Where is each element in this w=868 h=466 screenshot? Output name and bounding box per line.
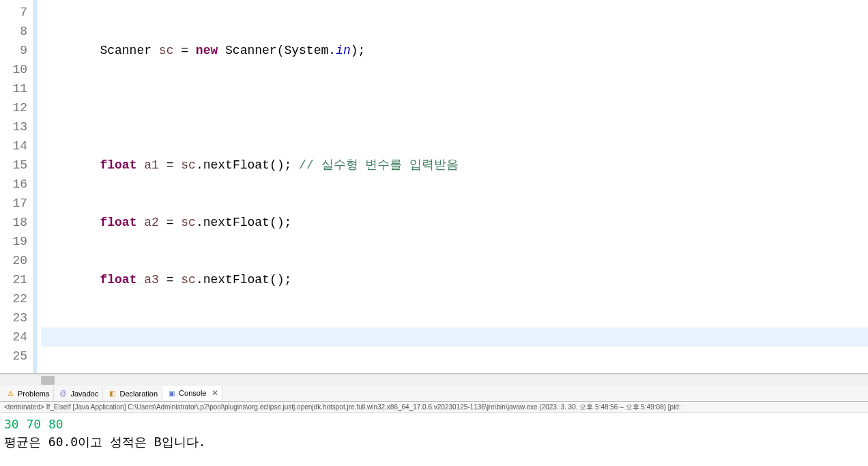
tab-label: Console: [179, 389, 206, 397]
line-number: 23: [0, 308, 27, 327]
close-icon[interactable]: ✕: [212, 388, 218, 398]
line-number: 8: [0, 22, 27, 41]
line-number: 21: [0, 270, 27, 289]
line-number: 10: [0, 60, 27, 79]
tab-problems[interactable]: ⚠ Problems: [1, 387, 54, 401]
code-line[interactable]: float a3 = sc.nextFloat();: [41, 270, 868, 289]
tab-label: Javadoc: [70, 390, 98, 398]
line-number: 25: [0, 347, 27, 366]
bottom-panel-tabs: ⚠ Problems @ Javadoc ◧ Declaration ▣ Con…: [0, 385, 868, 402]
line-number: 24: [0, 327, 27, 347]
code-line-current[interactable]: [41, 327, 868, 347]
tab-declaration[interactable]: ◧ Declaration: [103, 387, 162, 401]
tab-label: Declaration: [119, 390, 158, 398]
line-number: 13: [0, 117, 27, 136]
line-number: 19: [0, 232, 27, 251]
line-number: 14: [0, 136, 27, 156]
code-line[interactable]: [41, 98, 868, 117]
scrollbar-thumb[interactable]: [41, 376, 55, 385]
declaration-icon: ◧: [107, 389, 117, 398]
line-number: 11: [0, 79, 27, 98]
tab-label: Problems: [18, 390, 49, 398]
problems-icon: ⚠: [5, 389, 15, 398]
code-editor[interactable]: 7 8 9 10 11 12 13 14 15 16 17 18 19 20 2…: [0, 0, 868, 374]
code-line[interactable]: Scanner sc = new Scanner(System.in);: [41, 41, 868, 60]
console-output[interactable]: 30 70 80 평균은 60.0이고 성적은 B입니다.: [0, 413, 868, 454]
code-line[interactable]: float a1 = sc.nextFloat(); // 실수형 변수를 입력…: [41, 156, 868, 175]
line-number: 20: [0, 251, 27, 270]
line-number: 16: [0, 175, 27, 194]
console-output-line: 평균은 60.0이고 성적은 B입니다.: [4, 433, 864, 451]
tab-console[interactable]: ▣ Console ✕: [162, 386, 223, 401]
tab-javadoc[interactable]: @ Javadoc: [54, 387, 103, 401]
console-header: <terminated> If_ElseIf [Java Application…: [0, 402, 868, 413]
javadoc-icon: @: [58, 389, 68, 398]
horizontal-scrollbar[interactable]: [0, 374, 868, 385]
line-number: 22: [0, 289, 27, 308]
line-number: 12: [0, 98, 27, 117]
line-number: 17: [0, 194, 27, 213]
console-input-line: 30 70 80: [4, 416, 864, 433]
code-content[interactable]: Scanner sc = new Scanner(System.in); flo…: [34, 0, 868, 373]
line-number: 15: [0, 156, 27, 175]
line-number: 9: [0, 41, 27, 60]
line-number: 7: [0, 3, 27, 22]
code-line[interactable]: float a2 = sc.nextFloat();: [41, 213, 868, 232]
console-icon: ▣: [167, 388, 176, 398]
line-gutter: 7 8 9 10 11 12 13 14 15 16 17 18 19 20 2…: [0, 0, 34, 373]
line-number: 18: [0, 213, 27, 232]
